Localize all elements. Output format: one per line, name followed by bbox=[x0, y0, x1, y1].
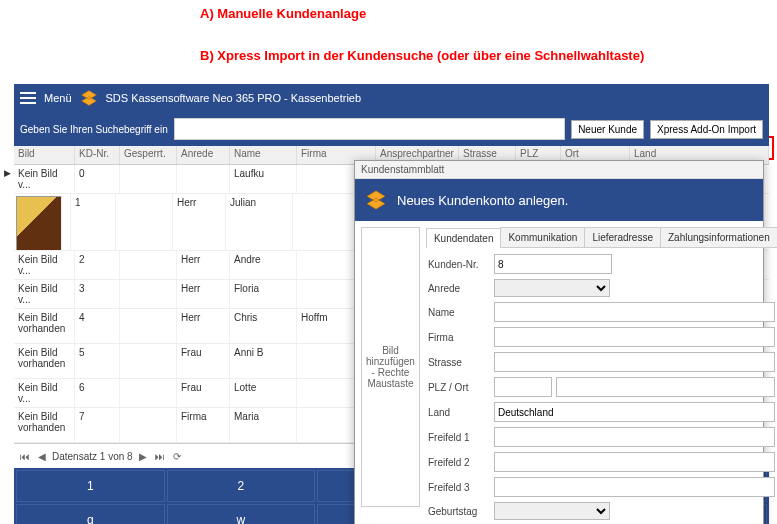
input-strasse[interactable] bbox=[494, 352, 775, 372]
searchbar: Geben Sie Ihren Suchebegriff ein Neuer K… bbox=[14, 112, 769, 146]
cell: 7 bbox=[75, 408, 120, 442]
key-w[interactable]: w bbox=[167, 504, 316, 524]
app-title: SDS Kassensoftware Neo 365 PRO - Kassenb… bbox=[106, 92, 362, 104]
tab-kommunikation[interactable]: Kommunikation bbox=[500, 227, 585, 247]
pager-next[interactable]: ▶ bbox=[137, 451, 149, 462]
dialog-window-title: Kundenstammblatt bbox=[355, 161, 763, 179]
cell: 1 bbox=[71, 194, 116, 250]
xpress-import-button[interactable]: Xpress Add-On Import bbox=[650, 120, 763, 139]
cell bbox=[120, 379, 177, 407]
cell bbox=[120, 309, 177, 343]
cell: Herr bbox=[177, 309, 230, 343]
cell: Firma bbox=[177, 408, 230, 442]
cell bbox=[120, 280, 177, 308]
input-ort[interactable] bbox=[556, 377, 775, 397]
label-ff3: Freifeld 3 bbox=[428, 482, 490, 493]
tab-kundendaten[interactable]: Kundendaten bbox=[426, 228, 502, 248]
cell: Lotte bbox=[230, 379, 297, 407]
cell: 0 bbox=[75, 165, 120, 193]
pager-prev[interactable]: ◀ bbox=[36, 451, 48, 462]
tab-lieferadresse[interactable]: Lieferadresse bbox=[584, 227, 661, 247]
label-ff2: Freifeld 2 bbox=[428, 457, 490, 468]
customer-thumb bbox=[16, 196, 62, 250]
label-name: Name bbox=[428, 307, 490, 318]
cell bbox=[120, 165, 177, 193]
cell: Frau bbox=[177, 379, 230, 407]
cell: Chris bbox=[230, 309, 297, 343]
menu-label[interactable]: Menü bbox=[44, 92, 72, 104]
input-ff1[interactable] bbox=[494, 427, 775, 447]
new-customer-button[interactable]: Neuer Kunde bbox=[571, 120, 644, 139]
cell: 4 bbox=[75, 309, 120, 343]
label-firma: Firma bbox=[428, 332, 490, 343]
cell: Anni B bbox=[230, 344, 297, 378]
dialog-tabs: Kundendaten Kommunikation Lieferadresse … bbox=[426, 227, 777, 248]
label-anrede: Anrede bbox=[428, 283, 490, 294]
cell: Herr bbox=[177, 280, 230, 308]
cell: 5 bbox=[75, 344, 120, 378]
cell: Herr bbox=[177, 251, 230, 279]
col-kdnr[interactable]: KD-Nr. bbox=[75, 146, 120, 164]
input-kundennr[interactable] bbox=[494, 254, 612, 274]
dialog-header: Neues Kundenkonto anlegen. bbox=[355, 179, 763, 221]
label-strasse: Strasse bbox=[428, 357, 490, 368]
cell: Kein Bild v... bbox=[14, 280, 75, 308]
label-land: Land bbox=[428, 407, 490, 418]
pager-reload[interactable]: ⟳ bbox=[171, 451, 183, 462]
menubar: Menü SDS Kassensoftware Neo 365 PRO - Ka… bbox=[14, 84, 769, 112]
search-input[interactable] bbox=[174, 118, 565, 140]
label-plzort: PLZ / Ort bbox=[428, 382, 490, 393]
cell: Maria bbox=[230, 408, 297, 442]
cell bbox=[120, 251, 177, 279]
customer-form: Kunden-Nr. Anrede Name Firma Strasse PLZ… bbox=[426, 248, 777, 524]
cell bbox=[120, 408, 177, 442]
cell bbox=[14, 194, 71, 250]
cell: Kein Bild v... bbox=[14, 251, 75, 279]
key-q[interactable]: q bbox=[16, 504, 165, 524]
col-bild[interactable]: Bild bbox=[14, 146, 75, 164]
annotation-a: A) Manuelle Kundenanlage bbox=[200, 6, 366, 21]
tab-zahlungsinformationen[interactable]: Zahlungsinformationen bbox=[660, 227, 777, 247]
hamburger-icon[interactable] bbox=[20, 92, 36, 104]
cell: 3 bbox=[75, 280, 120, 308]
cell: 6 bbox=[75, 379, 120, 407]
col-name[interactable]: Name bbox=[230, 146, 297, 164]
col-anrede[interactable]: Anrede bbox=[177, 146, 230, 164]
input-firma[interactable] bbox=[494, 327, 775, 347]
cell: Kein Bild vorhanden bbox=[14, 344, 75, 378]
search-prompt: Geben Sie Ihren Suchebegriff ein bbox=[20, 124, 168, 135]
cell: 2 bbox=[75, 251, 120, 279]
input-ff2[interactable] bbox=[494, 452, 775, 472]
app-logo-icon bbox=[80, 89, 98, 107]
col-gesperrt[interactable]: Gesperrt. bbox=[120, 146, 177, 164]
cell: Julian bbox=[226, 194, 293, 250]
cell: Herr bbox=[173, 194, 226, 250]
label-kundennr: Kunden-Nr. bbox=[428, 259, 490, 270]
label-geburtstag: Geburtstag bbox=[428, 506, 490, 517]
input-land[interactable] bbox=[494, 402, 775, 422]
input-plz[interactable] bbox=[494, 377, 552, 397]
image-dropzone[interactable]: Bild hinzufügen - Rechte Maustaste bbox=[361, 227, 420, 507]
pager-first[interactable]: ⏮ bbox=[18, 451, 32, 462]
pager-last[interactable]: ⏭ bbox=[153, 451, 167, 462]
input-name[interactable] bbox=[494, 302, 775, 322]
cell: Frau bbox=[177, 344, 230, 378]
cell bbox=[177, 165, 230, 193]
cell: Kein Bild v... bbox=[14, 165, 75, 193]
dialog-logo-icon bbox=[365, 189, 387, 211]
customer-dialog: Kundenstammblatt Neues Kundenkonto anleg… bbox=[354, 160, 764, 524]
label-ff1: Freifeld 1 bbox=[428, 432, 490, 443]
cell bbox=[120, 344, 177, 378]
cell: Kein Bild vorhanden bbox=[14, 408, 75, 442]
dialog-heading: Neues Kundenkonto anlegen. bbox=[397, 193, 568, 208]
select-anrede[interactable] bbox=[494, 279, 610, 297]
key-1[interactable]: 1 bbox=[16, 470, 165, 502]
input-ff3[interactable] bbox=[494, 477, 775, 497]
key-2[interactable]: 2 bbox=[167, 470, 316, 502]
cell: Kein Bild v... bbox=[14, 379, 75, 407]
cell: Kein Bild vorhanden bbox=[14, 309, 75, 343]
annotation-b: B) Xpress Import in der Kundensuche (ode… bbox=[200, 48, 644, 63]
select-geburtstag[interactable] bbox=[494, 502, 610, 520]
cell bbox=[116, 194, 173, 250]
cell: Floria bbox=[230, 280, 297, 308]
